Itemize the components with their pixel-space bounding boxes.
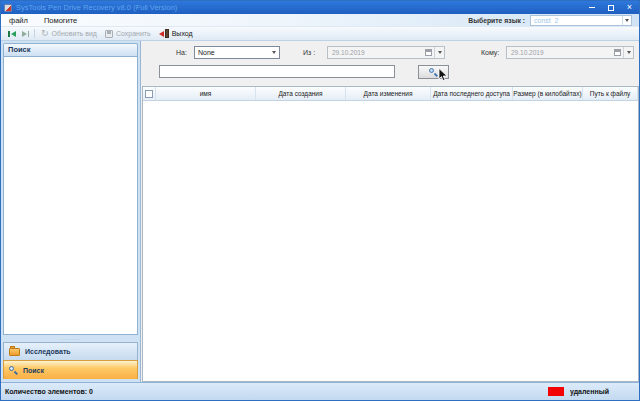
menu-bar: файл Помогите Выберите язык : const_2 — [1, 14, 639, 27]
calendar-icon — [614, 49, 621, 56]
device-label: На: — [176, 49, 187, 56]
device-value: None — [195, 49, 268, 56]
column-header-name[interactable]: имя — [156, 87, 256, 100]
minimize-icon — [589, 7, 595, 8]
select-all-checkbox[interactable] — [145, 90, 153, 98]
language-label: Выберите язык : — [468, 17, 525, 24]
main-content: На: None Из : 29.10.2019 Кому: 29.10.201… — [142, 41, 639, 382]
column-header-created[interactable]: Дата создания — [256, 87, 346, 100]
close-button[interactable]: × — [620, 1, 639, 14]
select-all-cell[interactable] — [143, 87, 156, 100]
exit-icon — [159, 29, 169, 38]
grid-header-row: имя Дата создания Дата изменения Дата по… — [143, 87, 638, 101]
deleted-legend: удаленный — [548, 387, 609, 396]
folder-icon — [9, 348, 20, 356]
column-header-modified[interactable]: Дата изменения — [346, 87, 431, 100]
sidebar-header: Поиск — [3, 43, 138, 56]
mouse-cursor — [438, 68, 448, 86]
save-icon — [105, 30, 113, 38]
search-results-tree — [3, 56, 138, 335]
items-count: Количество элементов: 0 — [5, 388, 93, 395]
column-header-accessed[interactable]: Дата последнего доступа — [431, 87, 513, 100]
to-date-label: Кому: — [481, 49, 499, 56]
toolbar: ↻ Обновить вид Сохранить Выход — [1, 27, 639, 41]
to-date-picker[interactable]: 29.10.2019 — [506, 46, 634, 59]
sidebar: Поиск ······· Исследовать Поиск — [1, 41, 141, 382]
menu-help[interactable]: Помогите — [36, 16, 85, 25]
chevron-down-icon — [272, 51, 276, 54]
next-page-icon — [22, 31, 27, 37]
deleted-color-swatch — [548, 387, 564, 396]
chevron-down-icon — [625, 19, 629, 22]
device-dropdown-button[interactable] — [268, 47, 279, 58]
from-date-value: 29.10.2019 — [328, 49, 425, 56]
chevron-down-icon — [627, 51, 631, 54]
menu-file[interactable]: файл — [1, 16, 36, 25]
sidebar-item-label: Поиск — [23, 367, 44, 374]
device-select[interactable]: None — [194, 46, 280, 59]
app-window: SysTools Pen Drive Recovery v8.0 (Full V… — [0, 0, 640, 401]
maximize-icon — [608, 5, 614, 11]
language-dropdown-button[interactable] — [622, 16, 631, 25]
search-icon — [9, 366, 18, 375]
close-icon: × — [627, 3, 632, 12]
maximize-button[interactable] — [601, 1, 620, 14]
to-date-value: 29.10.2019 — [507, 49, 614, 56]
save-button[interactable]: Сохранить — [101, 28, 155, 40]
refresh-icon: ↻ — [41, 29, 49, 38]
to-date-dropdown-button[interactable] — [623, 47, 633, 58]
app-icon — [4, 4, 12, 12]
go-first-button[interactable] — [5, 31, 19, 37]
window-title: SysTools Pen Drive Recovery v8.0 (Full V… — [16, 3, 582, 12]
column-header-size[interactable]: Размер (в килобайтах) — [513, 87, 583, 100]
deleted-legend-label: удаленный — [570, 388, 609, 395]
search-icon — [429, 68, 438, 77]
from-date-dropdown-button[interactable] — [434, 47, 444, 58]
sidebar-item-search[interactable]: Поиск — [3, 360, 138, 379]
results-grid: имя Дата создания Дата изменения Дата по… — [142, 86, 639, 382]
title-bar: SysTools Pen Drive Recovery v8.0 (Full V… — [1, 1, 639, 14]
minimize-button[interactable] — [582, 1, 601, 14]
from-date-label: Из : — [303, 49, 315, 56]
search-input[interactable] — [159, 65, 395, 78]
sidebar-splitter[interactable]: ······· — [3, 335, 138, 342]
first-page-icon — [8, 31, 10, 37]
language-value: const_2 — [531, 17, 622, 24]
language-select[interactable]: const_2 — [530, 15, 632, 26]
sidebar-item-label: Исследовать — [25, 348, 71, 355]
calendar-icon — [425, 49, 432, 56]
exit-button[interactable]: Выход — [155, 28, 197, 40]
grid-body — [143, 101, 638, 381]
go-next-button[interactable] — [19, 31, 33, 37]
sidebar-item-explore[interactable]: Исследовать — [3, 342, 138, 360]
column-header-path[interactable]: Путь к файлу — [583, 87, 638, 100]
toolbar-separator — [34, 29, 35, 38]
from-date-picker[interactable]: 29.10.2019 — [327, 46, 445, 59]
chevron-down-icon — [438, 51, 442, 54]
status-bar: Количество элементов: 0 удаленный — [1, 382, 639, 400]
refresh-view-button[interactable]: ↻ Обновить вид — [37, 28, 101, 40]
